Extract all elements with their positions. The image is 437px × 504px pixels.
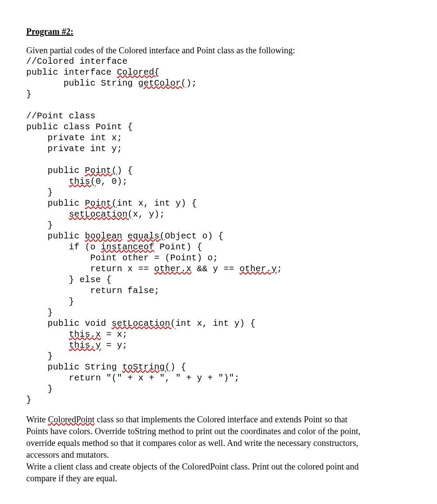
code-squiggle: this.y (69, 340, 101, 350)
code-squiggle: ColoredPoint (48, 414, 95, 424)
instruction-line: compare if they are equal. (26, 473, 411, 484)
code-squiggle: boolean (85, 231, 122, 241)
code-squiggle: setLocation( (111, 318, 175, 328)
program-heading: Program #2: (26, 26, 411, 37)
code-line: Point other = (Point) o; (26, 253, 218, 263)
heading-text: Program #2 (26, 27, 70, 36)
instruction-line: accessors and mutators. (26, 449, 411, 460)
code-line: //Point class (26, 111, 96, 121)
instruction-line: Write a client class and create objects … (26, 461, 411, 472)
code-line: public void setLocation(int x, int y) { (26, 318, 256, 328)
code-line: this.x = x; (26, 329, 128, 339)
code-squiggle: getColor( (138, 78, 186, 88)
code-squiggle: other.y (239, 264, 277, 274)
code-line: } (26, 220, 53, 230)
heading-colon: : (70, 27, 73, 36)
code-line: this.y = y; (26, 340, 128, 350)
code-squiggle: instanceof (101, 242, 154, 252)
code-line: //Colored interface (26, 56, 128, 66)
code-line: } (26, 187, 53, 197)
code-line: public String toString() { (26, 362, 186, 372)
code-squiggle: setLocation( (69, 209, 133, 219)
code-squiggle: this( (69, 176, 96, 186)
code-line: return false; (26, 286, 160, 296)
code-squiggle: Point( (85, 198, 117, 208)
instruction-line: Write ColoredPoint class so that impleme… (26, 414, 411, 425)
code-line: public class Point { (26, 122, 133, 132)
code-line: } (26, 297, 74, 307)
code-squiggle: toString( (122, 362, 170, 372)
code-line: public Point(int x, int y) { (26, 198, 197, 208)
code-line: return "(" + x + ", " + y + ")"; (26, 373, 239, 383)
code-squiggle: other.x (154, 264, 191, 274)
code-line: this(0, 0); (26, 176, 128, 186)
code-squiggle: this.x (69, 329, 101, 339)
code-line: if (o instanceof Point) { (26, 242, 202, 252)
code-line: return x == other.x && y == other.y; (26, 264, 282, 274)
instructions-block: Write ColoredPoint class so that impleme… (26, 414, 411, 484)
code-line: setLocation(x, y); (26, 209, 165, 219)
code-line: public boolean equals(Object o) { (26, 231, 224, 241)
code-line: public String getColor(); (26, 78, 197, 88)
intro-text: Given partial codes of the Colored inter… (26, 45, 411, 56)
code-line: } else { (26, 275, 111, 285)
code-line: private int y; (26, 144, 122, 154)
code-line: } (26, 307, 53, 318)
code-line: } (26, 395, 31, 405)
code-line: } (26, 384, 53, 394)
code-line: } (26, 351, 53, 361)
code-squiggle: Point( (85, 166, 117, 176)
instruction-line: override equals method so that it compar… (26, 438, 411, 449)
code-line: public interface Colored{ (26, 67, 160, 77)
code-line: public Point() { (26, 166, 133, 176)
code-line: } (26, 89, 31, 99)
code-block: //Colored interface public interface Col… (26, 56, 411, 405)
code-line: private int x; (26, 133, 122, 143)
document-body: Program #2: Given partial codes of the C… (26, 26, 411, 484)
instruction-line: Points have colors. Override toString me… (26, 426, 411, 437)
code-squiggle: Colored{ (117, 67, 160, 77)
code-squiggle: equals( (128, 231, 165, 241)
